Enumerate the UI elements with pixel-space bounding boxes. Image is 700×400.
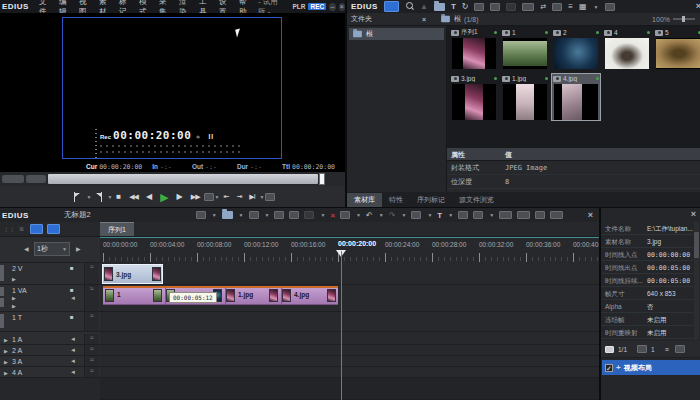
bin-close-icon[interactable]: × <box>696 2 700 11</box>
speaker-icon[interactable]: ◄ <box>70 336 76 342</box>
export-button[interactable] <box>265 193 275 201</box>
menu-tools[interactable]: 工具 <box>199 0 211 13</box>
track-lane-3a[interactable] <box>100 356 599 367</box>
rotate-icon[interactable]: ↻ <box>462 2 469 11</box>
track-mute-icon[interactable]: ■ <box>70 265 74 271</box>
timeline-close-icon[interactable]: × <box>588 211 593 220</box>
patch-area[interactable]: ≈ <box>84 367 99 377</box>
bin-clip-1jpg[interactable]: 1.jpg <box>501 74 549 120</box>
sync-mode-icon[interactable]: ≋ <box>19 225 24 234</box>
layer-color-icon[interactable] <box>605 346 614 353</box>
bin-clip-4jpg-selected[interactable]: 4.jpg <box>552 74 600 120</box>
property-value-header[interactable]: 值 <box>505 150 512 160</box>
menu-render[interactable]: 渲染 <box>179 0 191 13</box>
scale-selector[interactable]: 1秒 ▼ <box>34 242 70 256</box>
paste-dropdown-icon[interactable]: ▼ <box>320 212 325 218</box>
search-icon[interactable] <box>405 2 414 11</box>
bin-clip-2[interactable]: 2 <box>552 28 600 69</box>
track-mute-icon[interactable]: ■ <box>70 287 74 293</box>
add-clip-button[interactable] <box>249 211 259 219</box>
copy-clip-icon[interactable] <box>289 211 299 219</box>
tab-bin[interactable]: 素材库 <box>347 193 382 207</box>
loop-playback-button[interactable] <box>204 193 214 201</box>
patch-area[interactable]: ≈ <box>84 345 99 355</box>
next-frame-button[interactable]: ▶ <box>177 192 183 202</box>
undo-dropdown-icon[interactable]: ▼ <box>379 212 384 218</box>
export-project-icon[interactable] <box>499 211 512 219</box>
speaker-icon[interactable]: ◄ <box>70 358 76 364</box>
set-in-dropdown-icon[interactable]: ▼ <box>86 194 91 200</box>
previous-frame-button[interactable]: ◀ <box>146 192 152 202</box>
effect-enabled-checkbox[interactable]: ✓ <box>605 364 613 372</box>
capture-dropdown-icon[interactable]: ▼ <box>356 212 361 218</box>
timeline-clip-3jpg[interactable]: 3.jpg <box>103 265 162 283</box>
normalize-icon[interactable] <box>517 211 530 219</box>
expand-track-icon[interactable]: ▶ <box>4 348 8 354</box>
scale-decrease-icon[interactable]: ◀ <box>24 245 29 252</box>
expand-video-icon[interactable]: ▶ <box>12 295 16 301</box>
view-dropdown-icon[interactable]: ▼ <box>594 4 599 10</box>
fast-forward-button[interactable]: ▶▶ <box>191 192 200 202</box>
list-view-icon[interactable]: ≡ <box>665 345 669 354</box>
add-dropdown-icon[interactable]: ▼ <box>265 212 270 218</box>
render-icon[interactable] <box>535 211 545 219</box>
redo-dropdown-icon[interactable]: ▼ <box>401 212 406 218</box>
patch-area[interactable]: ≈ <box>84 334 99 344</box>
loop-dropdown-icon[interactable]: ▼ <box>215 194 220 200</box>
stop-button[interactable]: ■ <box>116 192 121 202</box>
goto-in-point-button[interactable]: ⇤ <box>224 192 229 202</box>
export-file-icon[interactable] <box>550 211 563 219</box>
effect-item-video-layout[interactable]: ✓ + 视频布局 <box>602 360 700 375</box>
track-header-1a[interactable]: ▶ 1 A ◄ ≈ <box>0 334 100 345</box>
patch-area[interactable]: ≈ <box>84 263 99 284</box>
folder-panel-close-icon[interactable]: × <box>422 15 426 24</box>
set-out-dropdown-icon[interactable]: ▼ <box>107 194 112 200</box>
menu-capture[interactable]: 采集 <box>159 0 171 13</box>
track-options-icon[interactable]: ⋮⋮ <box>3 225 15 234</box>
menu-help[interactable]: 帮助 <box>239 0 251 13</box>
info-scrollbar[interactable] <box>694 222 699 340</box>
track-header-2a[interactable]: ▶ 2 A ◄ ≈ <box>0 345 100 356</box>
track-lane-4a[interactable] <box>100 367 599 378</box>
insert-mode-button[interactable] <box>30 224 43 234</box>
voiceover-icon[interactable] <box>458 211 468 219</box>
property-name-header[interactable]: 属性 <box>447 150 505 160</box>
folder-view-button[interactable] <box>384 1 399 12</box>
expand-track-icon[interactable]: ▶ <box>4 337 8 343</box>
transfer-icon[interactable]: ⇄ <box>540 2 546 11</box>
menu-mode[interactable]: 模式 <box>139 0 151 13</box>
patch-area[interactable]: ≈ <box>84 312 99 331</box>
track-header-3a[interactable]: ▶ 3 A ◄ ≈ <box>0 356 100 367</box>
expand-track-icon[interactable]: ▶ <box>4 370 8 376</box>
goto-next-edit-button[interactable]: ▶I <box>249 192 254 202</box>
patch-area[interactable]: ≈ <box>84 356 99 366</box>
shuttle-button[interactable] <box>2 175 24 183</box>
bin-clip-3jpg[interactable]: 3.jpg <box>450 74 498 120</box>
effect-icon[interactable] <box>637 345 647 353</box>
bin-zoom-slider[interactable] <box>673 18 695 20</box>
thumbnail-view-icon[interactable]: ▦ <box>579 2 587 11</box>
timeline-ruler[interactable]: 00:00:00:00 00:00:04:00 00:00:08:00 00:0… <box>100 237 599 263</box>
player-tab[interactable]: PLR <box>292 3 305 10</box>
tab-source-browser[interactable]: 源文件浏览 <box>452 193 501 207</box>
save-dropdown-icon[interactable]: ▼ <box>212 212 217 218</box>
patch-area[interactable]: ≈ <box>84 285 99 311</box>
set-out-point-button[interactable] <box>95 192 102 202</box>
save-project-button[interactable] <box>196 211 206 219</box>
open-project-icon[interactable] <box>222 211 233 219</box>
speaker-icon[interactable]: ◄ <box>70 347 76 353</box>
track-lane-1t[interactable] <box>100 312 599 332</box>
speaker-icon[interactable]: ◄ <box>70 295 76 301</box>
speaker-icon[interactable]: ◄ <box>70 369 76 375</box>
delete-icon[interactable] <box>552 3 562 11</box>
track-lane-2v[interactable] <box>100 263 599 285</box>
cut-clip-icon[interactable] <box>274 211 284 219</box>
open-dropdown-icon[interactable]: ▼ <box>239 212 244 218</box>
position-slider-handle[interactable] <box>319 173 325 185</box>
minimize-button[interactable]: – <box>329 3 335 11</box>
track-header-2v[interactable]: 2 V ■ ▶ ≈ <box>0 263 100 285</box>
close-button[interactable]: × <box>339 3 345 11</box>
menu-edit[interactable]: 编辑 <box>59 0 71 13</box>
goto-out-point-button[interactable]: ⇥ <box>236 192 241 202</box>
tab-sequence-marker[interactable]: 序列标记 <box>410 193 452 207</box>
